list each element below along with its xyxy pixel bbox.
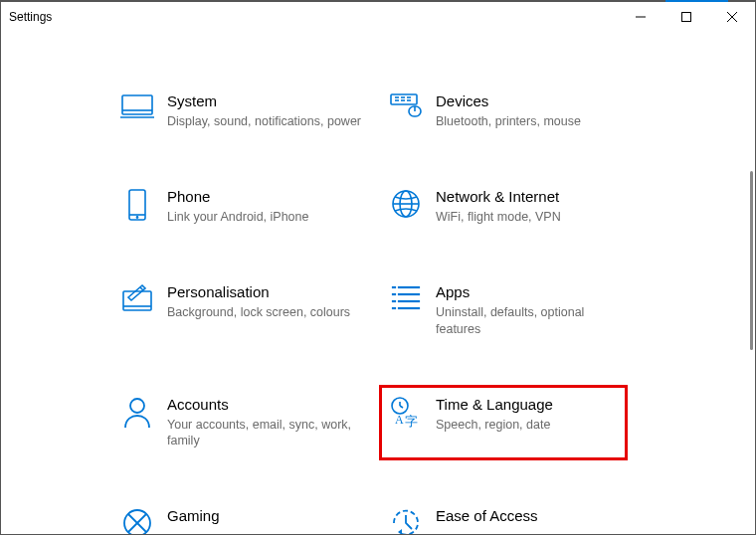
tile-network[interactable]: Network & Internet WiFi, flight mode, VP… bbox=[379, 177, 628, 237]
tile-personalisation[interactable]: Personalisation Background, lock screen,… bbox=[110, 272, 379, 349]
svg-rect-4 bbox=[122, 95, 152, 114]
svg-point-33 bbox=[130, 399, 144, 413]
tile-time-language[interactable]: A 字 Time & Language Speech, region, date bbox=[379, 385, 628, 461]
tile-title: Apps bbox=[436, 283, 617, 300]
window-accent bbox=[665, 0, 728, 2]
time-language-icon: A 字 bbox=[382, 396, 430, 428]
tile-title: Ease of Access bbox=[436, 507, 617, 524]
tile-sub: Bluetooth, printers, mouse bbox=[436, 113, 617, 130]
tile-accounts[interactable]: Accounts Your accounts, email, sync, wor… bbox=[110, 385, 379, 461]
svg-line-24 bbox=[140, 287, 143, 290]
tile-phone[interactable]: Phone Link your Android, iPhone bbox=[110, 177, 379, 237]
tile-title: Personalisation bbox=[167, 283, 368, 300]
globe-icon bbox=[382, 188, 430, 220]
maximize-button[interactable] bbox=[663, 2, 709, 32]
svg-text:字: 字 bbox=[405, 414, 418, 428]
system-icon bbox=[113, 92, 161, 120]
tile-title: Time & Language bbox=[436, 396, 617, 413]
content-area: System Display, sound, notifications, po… bbox=[1, 32, 755, 534]
svg-rect-7 bbox=[391, 94, 417, 104]
svg-rect-1 bbox=[682, 13, 691, 22]
tile-title: Phone bbox=[167, 188, 368, 205]
ease-of-access-icon bbox=[382, 507, 430, 534]
tile-system[interactable]: System Display, sound, notifications, po… bbox=[110, 82, 379, 141]
settings-window: Settings bbox=[0, 0, 756, 535]
personalisation-icon bbox=[113, 283, 161, 313]
tile-title: Devices bbox=[436, 92, 617, 109]
tile-title: Accounts bbox=[167, 396, 368, 413]
svg-marker-42 bbox=[398, 529, 402, 534]
tile-sub: WiFi, flight mode, VPN bbox=[436, 209, 617, 226]
tile-title: Gaming bbox=[167, 507, 368, 524]
close-button[interactable] bbox=[709, 2, 755, 32]
settings-grid: System Display, sound, notifications, po… bbox=[110, 82, 747, 534]
scrollbar-thumb[interactable] bbox=[750, 171, 753, 350]
tile-ease-of-access[interactable]: Ease of Access bbox=[379, 496, 628, 534]
minimize-button[interactable] bbox=[618, 2, 663, 32]
window-title: Settings bbox=[9, 10, 52, 24]
svg-line-36 bbox=[400, 406, 403, 408]
phone-icon bbox=[113, 188, 161, 222]
tile-sub: Background, lock screen, colours bbox=[167, 304, 368, 321]
tile-sub: Your accounts, email, sync, work, family bbox=[167, 417, 368, 450]
tile-sub: Link your Android, iPhone bbox=[167, 209, 368, 226]
tile-gaming[interactable]: Gaming bbox=[110, 496, 379, 534]
titlebar: Settings bbox=[1, 2, 755, 32]
tile-sub: Display, sound, notifications, power bbox=[167, 113, 368, 130]
devices-icon bbox=[382, 92, 430, 120]
tile-devices[interactable]: Devices Bluetooth, printers, mouse bbox=[379, 82, 628, 141]
tile-title: Network & Internet bbox=[436, 188, 617, 205]
window-controls bbox=[618, 2, 755, 32]
accounts-icon bbox=[113, 396, 161, 430]
apps-icon bbox=[382, 283, 430, 311]
svg-point-18 bbox=[136, 217, 137, 218]
tile-title: System bbox=[167, 92, 368, 109]
gaming-icon bbox=[113, 507, 161, 534]
tile-sub: Uninstall, defaults, optional features bbox=[436, 304, 617, 338]
tile-sub: Speech, region, date bbox=[436, 417, 617, 434]
svg-text:A: A bbox=[395, 413, 404, 427]
tile-apps[interactable]: Apps Uninstall, defaults, optional featu… bbox=[379, 272, 628, 349]
